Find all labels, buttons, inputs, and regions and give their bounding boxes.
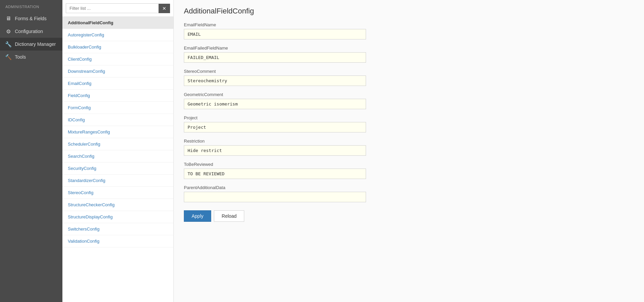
field-group-stereocomment: StereoComment <box>184 69 634 86</box>
field-input-emailfailedfieldname[interactable] <box>184 52 366 63</box>
field-input-tobereviewed[interactable] <box>184 169 366 179</box>
sidebar-item-dictionary-manager[interactable]: 🔧 Dictionary Manager <box>0 38 62 51</box>
config-item[interactable]: FormConfig <box>62 102 173 114</box>
monitor-icon: 🖥 <box>5 16 11 22</box>
sidebar-item-label: Tools <box>15 54 26 60</box>
config-item[interactable]: FieldConfig <box>62 90 173 102</box>
field-input-project[interactable] <box>184 122 366 132</box>
sidebar-item-label: Forms & Fields <box>15 16 47 21</box>
config-item[interactable]: SchedulerConfig <box>62 138 173 150</box>
reload-button[interactable]: Reload <box>214 210 244 222</box>
field-group-restriction: Restriction <box>184 139 634 156</box>
config-item[interactable]: DownstreamConfig <box>62 65 173 78</box>
config-item[interactable]: SearchConfig <box>62 150 173 162</box>
config-item[interactable]: SwitchersConfig <box>62 223 173 235</box>
filter-bar: ✕ <box>62 0 173 17</box>
config-item[interactable]: StructureDisplayConfig <box>62 211 173 223</box>
list-panel: ✕ AdditionalFieldConfigAutoregisterConfi… <box>62 0 174 302</box>
config-item[interactable]: StereoConfig <box>62 187 173 199</box>
sidebar-item-label: Configuration <box>15 29 43 34</box>
field-input-geometriccomment[interactable] <box>184 99 366 109</box>
field-input-stereocomment[interactable] <box>184 76 366 86</box>
config-item[interactable]: StandardizerConfig <box>62 175 173 187</box>
filter-clear-button[interactable]: ✕ <box>159 4 170 13</box>
field-group-emailfieldname: EmailFieldName <box>184 22 634 39</box>
wrench-icon: 🔧 <box>5 41 11 47</box>
config-list: AdditionalFieldConfigAutoregisterConfigB… <box>62 17 173 302</box>
sidebar: ADMINISTRATION 🖥 Forms & Fields ⚙ Config… <box>0 0 62 302</box>
config-item[interactable]: BulkloaderConfig <box>62 41 173 53</box>
gear-icon: ⚙ <box>5 28 11 34</box>
config-item[interactable]: StructureCheckerConfig <box>62 199 173 211</box>
config-item[interactable]: ValidationConfig <box>62 235 173 247</box>
field-label-restriction: Restriction <box>184 139 634 144</box>
button-bar: Apply Reload <box>184 210 634 222</box>
field-input-restriction[interactable] <box>184 145 366 156</box>
config-item[interactable]: SecurityConfig <box>62 162 173 175</box>
sidebar-item-label: Dictionary Manager <box>15 41 56 47</box>
tools-icon: 🔨 <box>5 54 11 60</box>
filter-input[interactable] <box>66 3 159 13</box>
field-group-project: Project <box>184 115 634 132</box>
field-label-emailfailedfieldname: EmailFailedFieldName <box>184 46 634 51</box>
field-label-stereocomment: StereoComment <box>184 69 634 74</box>
fields-container: EmailFieldNameEmailFailedFieldNameStereo… <box>184 22 634 202</box>
sidebar-item-forms-fields[interactable]: 🖥 Forms & Fields <box>0 12 62 25</box>
field-input-emailfieldname[interactable] <box>184 29 366 39</box>
config-item[interactable]: MixtureRangesConfig <box>62 126 173 138</box>
sidebar-item-tools[interactable]: 🔨 Tools <box>0 51 62 63</box>
field-label-emailfieldname: EmailFieldName <box>184 22 634 27</box>
config-item[interactable]: AutoregisterConfig <box>62 29 173 41</box>
field-label-geometriccomment: GeometricComment <box>184 92 634 97</box>
field-input-parentadditionaldata[interactable] <box>184 192 366 202</box>
content-title: AdditionalFieldConfig <box>184 7 634 16</box>
content-panel: AdditionalFieldConfig EmailFieldNameEmai… <box>174 0 644 302</box>
config-item[interactable]: IDConfig <box>62 114 173 126</box>
admin-label: ADMINISTRATION <box>0 0 62 12</box>
field-group-emailfailedfieldname: EmailFailedFieldName <box>184 46 634 63</box>
field-label-parentadditionaldata: ParentAdditionalData <box>184 185 634 190</box>
main-area: ✕ AdditionalFieldConfigAutoregisterConfi… <box>62 0 644 302</box>
field-group-tobereviewed: ToBeReviewed <box>184 162 634 179</box>
field-group-parentadditionaldata: ParentAdditionalData <box>184 185 634 202</box>
config-item[interactable]: AdditionalFieldConfig <box>62 17 173 29</box>
field-label-tobereviewed: ToBeReviewed <box>184 162 634 167</box>
config-item[interactable]: EmailConfig <box>62 78 173 90</box>
apply-button[interactable]: Apply <box>184 210 211 222</box>
field-group-geometriccomment: GeometricComment <box>184 92 634 109</box>
field-label-project: Project <box>184 115 634 120</box>
config-item[interactable]: ClientConfig <box>62 53 173 65</box>
sidebar-item-configuration[interactable]: ⚙ Configuration <box>0 25 62 38</box>
